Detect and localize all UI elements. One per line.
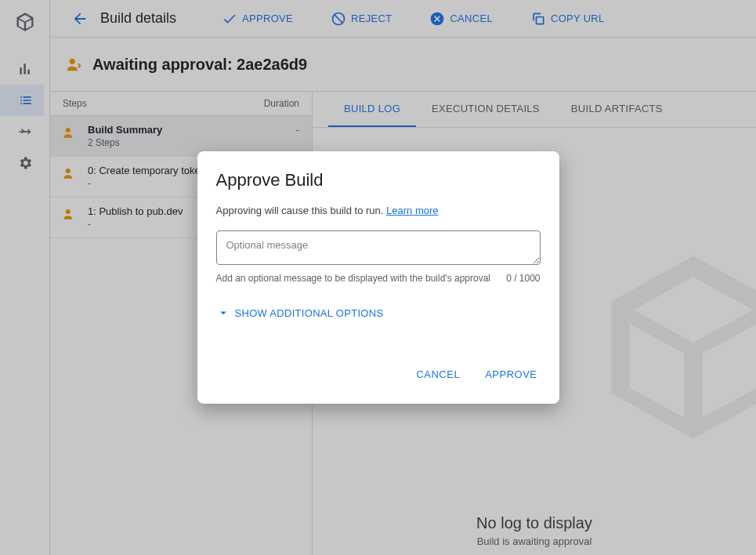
modal-overlay[interactable]: Approve Build Approving will cause this … <box>0 0 756 555</box>
learn-more-link[interactable]: Learn more <box>386 205 438 216</box>
char-counter: 0 / 1000 <box>506 273 540 284</box>
dialog-actions: CANCEL APPROVE <box>216 364 541 385</box>
helper-text: Add an optional message to be displayed … <box>216 273 491 284</box>
dialog-helper-row: Add an optional message to be displayed … <box>216 273 541 284</box>
dialog-title: Approve Build <box>216 170 541 190</box>
dialog-cancel-button[interactable]: CANCEL <box>413 364 463 385</box>
dialog-description: Approving will cause this build to run. … <box>216 205 541 216</box>
show-additional-options[interactable]: SHOW ADDITIONAL OPTIONS <box>216 306 541 320</box>
dialog-description-text: Approving will cause this build to run. <box>216 205 387 216</box>
dialog-approve-button[interactable]: APPROVE <box>482 364 540 385</box>
show-additional-label: SHOW ADDITIONAL OPTIONS <box>235 307 384 319</box>
approve-build-dialog: Approve Build Approving will cause this … <box>197 151 559 404</box>
app-root: Build details APPROVE REJECT CANCEL COPY… <box>0 0 756 555</box>
chevron-down-icon <box>216 306 230 320</box>
approval-message-input[interactable] <box>216 230 541 265</box>
